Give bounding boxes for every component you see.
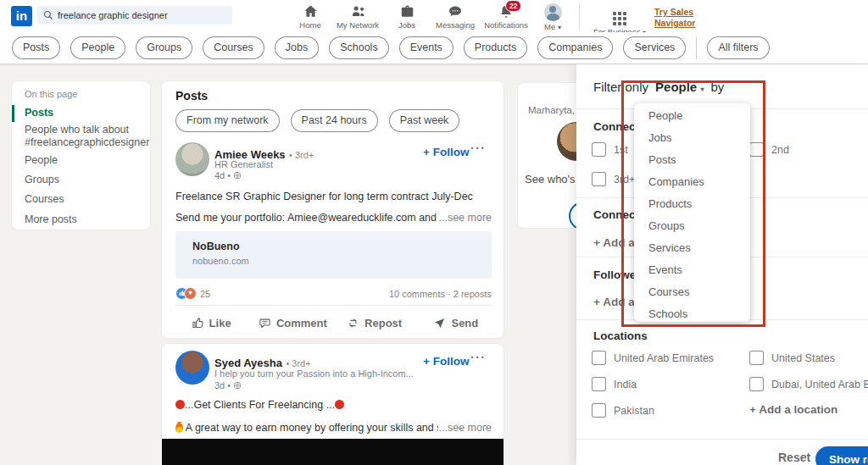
linkedin-logo[interactable]: in	[11, 6, 32, 26]
pill-past-24-hours[interactable]: Past 24 hours	[291, 109, 378, 132]
post2-author-headline: I help you turn your Passion into a High…	[214, 368, 422, 379]
fire-emoji	[175, 423, 183, 433]
nav-me[interactable]: Me ▾	[533, 3, 572, 31]
show-results-button[interactable]: Show results	[815, 446, 868, 465]
comment-label: Comment	[276, 317, 327, 329]
pill-courses[interactable]: Courses	[203, 36, 264, 59]
sidebar-item-courses[interactable]: Courses	[25, 193, 143, 206]
like-icon	[192, 317, 204, 329]
checkbox-pakistan[interactable]	[592, 403, 606, 418]
on-this-page-card: On this page Posts People who talk about…	[11, 80, 151, 230]
pill-all-filters[interactable]: All filters	[707, 36, 769, 59]
post2-see-more[interactable]: ...see more	[438, 422, 492, 434]
pill-events[interactable]: Events	[399, 36, 453, 59]
post2-author-avatar[interactable]	[175, 351, 209, 385]
active-item-bar	[12, 105, 14, 122]
try-sales-navigator-link[interactable]: Try Sales Navigator	[654, 7, 695, 29]
nav-home[interactable]: Home	[286, 3, 335, 30]
post2-degree: • 3rd+	[286, 358, 310, 368]
pill-schools[interactable]: Schools	[329, 36, 388, 59]
heading-suffix: by	[710, 80, 724, 94]
sidebar-item-people-talk-about[interactable]: People who talk about #freelancegraphicd…	[25, 124, 143, 149]
post1-reactions[interactable]: ♥ 25	[175, 287, 210, 300]
post2-meta: 3d •	[214, 380, 242, 390]
checkbox-pakistan-label: Pakistan	[614, 405, 654, 417]
post1-author-avatar[interactable]	[175, 142, 209, 176]
nav-home-label: Home	[286, 20, 335, 30]
filter-type-dropdown-trigger[interactable]: People ▾	[655, 80, 704, 94]
for-business-grid-icon	[613, 12, 626, 25]
post1-degree: • 3rd+	[289, 150, 314, 160]
like-button[interactable]: Like	[170, 308, 252, 337]
nav-notifications-label: Notifications	[479, 20, 533, 30]
dropdown-item-services[interactable]: Services	[634, 237, 750, 259]
dropdown-item-events[interactable]: Events	[634, 259, 750, 281]
pill-posts[interactable]: Posts	[12, 36, 60, 59]
post1-line2-text: Send me your portfolio: Amiee@weareduckl…	[175, 212, 438, 224]
sidebar-item-people[interactable]: People	[25, 154, 143, 167]
pill-jobs[interactable]: Jobs	[275, 36, 319, 59]
send-button[interactable]: Send	[415, 308, 497, 337]
add-location-button[interactable]: + Add a location	[749, 403, 837, 416]
sidebar-item-groups[interactable]: Groups	[25, 174, 143, 186]
checkbox-1st[interactable]	[592, 142, 606, 157]
checkbox-3rd-label: 3rd+	[614, 174, 635, 185]
post1-text-line2: Send me your portfolio: Amiee@weareduckl…	[175, 212, 492, 224]
post1-see-more[interactable]: ...see more	[438, 212, 492, 224]
dropdown-item-groups[interactable]: Groups	[634, 215, 750, 237]
nav-jobs[interactable]: Jobs	[382, 3, 431, 30]
post1-overflow-menu[interactable]: ···	[470, 141, 487, 155]
nav-jobs-label: Jobs	[382, 20, 431, 30]
pill-services[interactable]: Services	[623, 36, 686, 59]
dropdown-item-people[interactable]: People	[634, 105, 750, 127]
search-input[interactable]	[37, 6, 232, 25]
post1-comments-reposts[interactable]: 10 comments · 2 reposts	[389, 289, 492, 299]
pill-companies[interactable]: Companies	[537, 36, 613, 59]
post1-meta: 4d •	[214, 170, 242, 180]
checkbox-3rd[interactable]	[592, 172, 606, 186]
post1-link-preview-card[interactable]: NoBueno nobueno.com	[175, 231, 492, 279]
post2-line1-text: ...Get Clients For Freelancing ...	[185, 399, 335, 411]
pill-from-my-network[interactable]: From my network	[175, 109, 280, 132]
pill-groups[interactable]: Groups	[136, 36, 192, 59]
nav-my-network[interactable]: My Network	[333, 3, 382, 30]
filter-panel-heading: Filter only People ▾ by	[593, 80, 724, 94]
nav-messaging[interactable]: Messaging	[431, 3, 480, 30]
pill-products[interactable]: Products	[464, 36, 527, 59]
dropdown-item-products[interactable]: Products	[634, 193, 750, 215]
love-reaction-icon: ♥	[184, 287, 197, 300]
post2-text-line2: A great way to earn money by offering yo…	[175, 422, 492, 434]
checkbox-dubai[interactable]	[749, 377, 764, 391]
checkbox-uae[interactable]	[592, 351, 606, 365]
post2-overflow-menu[interactable]: ···	[470, 351, 487, 364]
dropdown-item-posts[interactable]: Posts	[634, 149, 750, 171]
checkbox-india[interactable]	[592, 377, 606, 391]
dropdown-item-companies[interactable]: Companies	[634, 171, 750, 193]
dropdown-item-courses[interactable]: Courses	[634, 281, 750, 303]
post1-action-bar: Like Comment Repost Send	[170, 308, 497, 337]
pill-people[interactable]: People	[70, 36, 125, 59]
jobs-icon	[399, 3, 415, 19]
post1-text-line1: Freelance SR Graphic Designer for long t…	[175, 191, 492, 202]
nav-notifications[interactable]: 22 Notifications	[479, 3, 533, 30]
nav-divider	[579, 3, 580, 30]
sidebar-item-posts[interactable]: Posts	[25, 107, 143, 119]
reset-button[interactable]: Reset	[778, 451, 810, 464]
checkbox-united-states[interactable]	[749, 351, 764, 365]
post2-follow-button[interactable]: + Follow	[423, 355, 469, 368]
search-icon	[43, 10, 53, 20]
on-this-page-title: On this page	[25, 89, 77, 99]
sidebar-item-more-posts[interactable]: More posts	[25, 213, 143, 226]
me-avatar	[544, 3, 562, 21]
my-network-icon	[349, 3, 367, 19]
repost-button[interactable]: Repost	[334, 308, 415, 337]
like-label: Like	[209, 317, 231, 329]
checkbox-2nd[interactable]	[749, 142, 764, 157]
dropdown-item-schools[interactable]: Schools	[634, 303, 750, 325]
post2-image[interactable]	[162, 439, 504, 465]
comment-button[interactable]: Comment	[252, 308, 333, 337]
post1-follow-button[interactable]: + Follow	[423, 146, 469, 158]
link-domain: nobueno.com	[192, 256, 249, 266]
pill-past-week[interactable]: Past week	[389, 109, 460, 132]
dropdown-item-jobs[interactable]: Jobs	[634, 127, 750, 149]
